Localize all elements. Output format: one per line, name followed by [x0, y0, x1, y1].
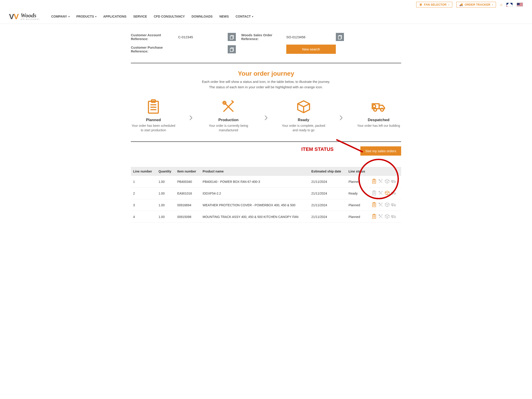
logo[interactable]: VV Woods AIR MOVEMENT	[9, 12, 40, 21]
stage-desc: Your order has been scheduled to start p…	[131, 124, 176, 133]
status-icons-cell	[369, 188, 401, 199]
th-line-number: Line number	[131, 167, 156, 176]
box-icon	[385, 178, 390, 184]
chevron-right-icon: ›	[189, 110, 193, 123]
tools-icon	[378, 214, 383, 219]
copy-customer-account-button[interactable]	[228, 33, 236, 41]
th-estimated-ship-date: Estimated ship date	[309, 167, 346, 176]
flag-uk[interactable]	[506, 3, 513, 7]
clipboard-icon	[371, 202, 377, 207]
new-search-button[interactable]: New search	[286, 44, 336, 54]
cell-status: Planned	[346, 211, 369, 223]
table-row: 31.0000916694WEATHER PROTECTION COVER - …	[131, 199, 401, 211]
stage-production: Production Your order is currently being…	[206, 99, 251, 133]
cell-ship: 21/11/2024	[309, 199, 346, 211]
truck-icon	[391, 202, 396, 207]
tools-icon	[219, 99, 237, 115]
stage-desc: Your order has left our building	[356, 124, 401, 128]
chevron-right-icon: ›	[264, 110, 268, 123]
cell-product: PB400140 - POWER BOX FAN 67-400-3	[200, 176, 309, 188]
truck-icon	[391, 178, 396, 184]
stage-title: Planned	[131, 118, 176, 122]
sales-order-label: Woods Sales Order Reference:	[241, 33, 286, 41]
nav-applications[interactable]: APPLICATIONS	[103, 9, 126, 24]
cell-line: 4	[131, 211, 156, 223]
chevron-right-icon: ›	[449, 3, 449, 6]
truck-icon	[370, 99, 388, 115]
truck-icon	[391, 214, 396, 219]
table-row: 11.00PB400340PB400140 - POWER BOX FAN 67…	[131, 176, 401, 188]
cell-qty: 1.00	[156, 199, 175, 211]
table-row: 41.0000915098MOUNTING TRACK ASSY 400, 45…	[131, 211, 401, 223]
nav-news[interactable]: NEWS	[219, 9, 229, 24]
cell-product: WEATHER PROTECTION COVER - POWERBOX 400,…	[200, 199, 309, 211]
box-icon	[295, 99, 313, 115]
chevron-down-icon: ▾	[69, 15, 70, 18]
clipboard-icon	[371, 190, 377, 196]
monitor-icon: 🖥	[419, 3, 422, 6]
journey-subtitle: Each order line will show a status and i…	[131, 79, 401, 90]
fan-selector-button[interactable]: 🖥 FAN SELECTOR ›	[416, 2, 452, 7]
cell-product: MOUNTING TRACK ASSY 400, 450 & 500 KITCH…	[200, 211, 309, 223]
box-icon	[385, 214, 390, 219]
truck-icon	[391, 190, 396, 196]
tools-icon	[378, 178, 383, 184]
home-icon[interactable]: ⌂	[500, 3, 502, 7]
clipboard-icon	[144, 99, 162, 115]
chevron-down-icon: ▾	[95, 15, 96, 18]
journey-title: Your order journey	[131, 70, 401, 77]
copy-icon	[230, 48, 234, 51]
logo-mark: VV	[9, 12, 18, 21]
cell-qty: 1.00	[156, 188, 175, 199]
customer-account-value: C-012345	[178, 35, 228, 39]
nav-contact[interactable]: CONTACT▾	[236, 9, 253, 24]
status-icons-cell	[369, 176, 401, 188]
cell-item: 00915098	[175, 211, 200, 223]
copy-customer-purchase-button[interactable]	[228, 45, 236, 53]
th-line-status: Line status	[346, 167, 369, 176]
cell-status: Planned	[346, 176, 369, 188]
chevron-right-icon: ›	[492, 3, 493, 6]
nav-company[interactable]: COMPANY▾	[51, 9, 70, 24]
cell-item: PB400340	[175, 176, 200, 188]
nav-service[interactable]: SERVICE	[133, 9, 147, 24]
table-row: 21.00EA901016IDDXF54-2.221/11/2024Ready	[131, 188, 401, 199]
stage-title: Ready	[281, 118, 326, 122]
truck-icon: 🚚	[459, 3, 463, 6]
status-icons-cell	[369, 199, 401, 211]
th-quantity: Quantity	[156, 167, 175, 176]
logo-tagline: AIR MOVEMENT	[20, 19, 40, 20]
status-icons-cell	[369, 211, 401, 223]
th-product-name: Product name	[200, 167, 309, 176]
copy-icon	[230, 35, 234, 39]
clipboard-icon	[371, 214, 377, 219]
box-icon	[385, 190, 390, 196]
cell-item: 00916694	[175, 199, 200, 211]
copy-sales-order-button[interactable]	[336, 33, 344, 41]
stage-despatched: Despatched Your order has left our build…	[356, 99, 401, 128]
cell-product: IDDXF54-2.2	[200, 188, 309, 199]
logo-brand: Woods	[20, 13, 40, 19]
divider	[131, 63, 401, 63]
nav-cfd[interactable]: CFD CONSULTANCY	[154, 9, 185, 24]
order-lines-table: Line number Quantity Item number Product…	[131, 167, 401, 223]
see-my-sales-orders-button[interactable]: See my sales orders	[360, 146, 401, 156]
order-tracker-button[interactable]: 🚚 ORDER TRACKER ›	[456, 2, 496, 7]
divider	[131, 141, 401, 142]
stage-desc: Your order is complete, packed and ready…	[281, 124, 326, 133]
fan-selector-label: FAN SELECTOR	[424, 3, 446, 6]
stage-ready: Ready Your order is complete, packed and…	[281, 99, 326, 133]
stage-planned: Planned Your order has been scheduled to…	[131, 99, 176, 133]
stage-title: Production	[206, 118, 251, 122]
chevron-down-icon: ▾	[252, 15, 253, 18]
cell-qty: 1.00	[156, 176, 175, 188]
flag-us[interactable]	[517, 3, 523, 7]
stage-title: Despatched	[356, 118, 401, 122]
nav-products[interactable]: PRODUCTS▾	[76, 9, 97, 24]
cell-status: Planned	[346, 199, 369, 211]
nav-downloads[interactable]: DOWNLOADS	[192, 9, 213, 24]
tools-icon	[378, 202, 383, 207]
cell-ship: 21/11/2024	[309, 176, 346, 188]
cell-ship: 21/11/2024	[309, 211, 346, 223]
chevron-right-icon: ›	[339, 110, 343, 123]
